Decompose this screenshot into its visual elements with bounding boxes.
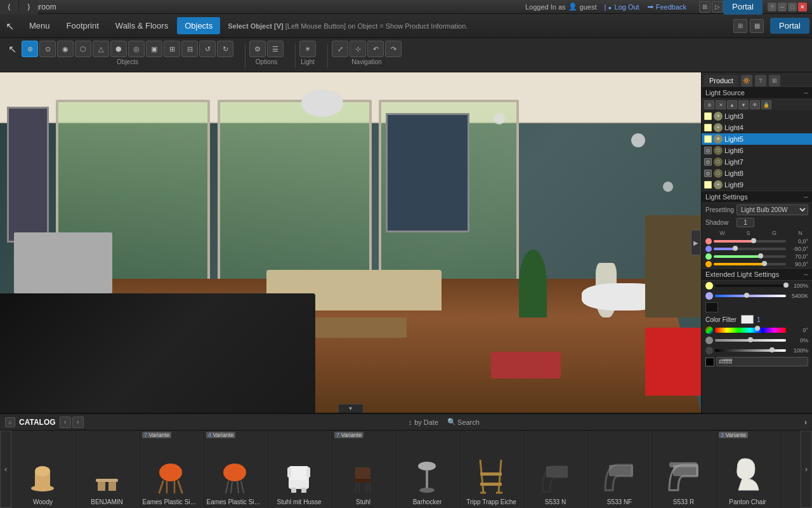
- brightness2-thumb[interactable]: [769, 347, 775, 352]
- view-icon2[interactable]: ▦: [750, 19, 764, 33]
- tool-rotate[interactable]: ◉: [57, 41, 74, 57]
- nav-2[interactable]: ⊹: [350, 41, 366, 57]
- menu-item-footprint[interactable]: Footprint: [59, 17, 107, 34]
- nav-1[interactable]: ⤢: [332, 41, 348, 57]
- catalog-item-tripp[interactable]: Tripp Trapp Eiche: [460, 431, 523, 508]
- catalog-item-eames2[interactable]: 4 Variante Eames Plastic Side C: [204, 431, 267, 508]
- light4-toggle[interactable]: I: [704, 124, 712, 131]
- logout-button[interactable]: | ⬥ Log Out: [605, 3, 639, 11]
- tool-undo[interactable]: ↺: [199, 41, 216, 57]
- catalog-item-s533nf[interactable]: S533 NF: [588, 431, 652, 508]
- viewport[interactable]: ▼ ▶: [0, 72, 701, 413]
- menu-item-objects[interactable]: Objects: [177, 17, 220, 34]
- brightness-track[interactable]: [715, 284, 786, 287]
- panel-toggle-btn[interactable]: ▶: [691, 230, 701, 255]
- light-item-light7[interactable]: O ⬡ Light7: [702, 156, 812, 168]
- catalog-item-panton[interactable]: 3 Variante Panton Chair: [716, 431, 780, 508]
- light-remove-btn[interactable]: ✕: [716, 100, 726, 109]
- light-item-light8[interactable]: O ⬡ Light8: [702, 168, 812, 179]
- tool-move[interactable]: ⊙: [39, 41, 56, 57]
- slider-thumb-g[interactable]: [758, 253, 763, 258]
- tool-redo[interactable]: ↻: [217, 41, 233, 57]
- panel-tab-icon1[interactable]: 🔆: [741, 75, 752, 86]
- win-back-btn[interactable]: ⟨: [0, 0, 19, 14]
- light-item-light3[interactable]: I ☀ Light3: [702, 110, 812, 122]
- temperature-thumb[interactable]: [744, 293, 749, 298]
- tool-scale[interactable]: ⬡: [75, 41, 91, 57]
- catalog-item-s533n[interactable]: S533 N: [524, 431, 587, 508]
- light8-toggle[interactable]: O: [704, 170, 712, 177]
- light-item-light5[interactable]: I ☀ Light5: [702, 133, 812, 145]
- light3-toggle[interactable]: I: [704, 112, 712, 120]
- color-hue-thumb[interactable]: [755, 326, 760, 331]
- light7-toggle[interactable]: O: [704, 158, 712, 166]
- light-down-btn[interactable]: ▼: [738, 100, 749, 109]
- light-vis-btn[interactable]: 👁: [750, 100, 760, 109]
- light-up-btn[interactable]: ▲: [727, 100, 737, 109]
- brightness2-track[interactable]: [715, 349, 786, 352]
- opt-1[interactable]: ⚙: [249, 41, 266, 57]
- tool-distribute[interactable]: ▣: [146, 41, 162, 57]
- catalog-next-nav[interactable]: ›: [72, 417, 84, 428]
- opt-2[interactable]: ☰: [267, 41, 284, 57]
- light6-toggle[interactable]: O: [704, 147, 712, 154]
- light-source-collapse[interactable]: ─: [804, 90, 808, 97]
- catalog-item-stuhl[interactable]: 7 Variante Stuhl: [332, 431, 395, 508]
- saturation-thumb[interactable]: [748, 337, 753, 342]
- feedback-button[interactable]: ⮕ Feedback: [647, 3, 686, 11]
- catalog-expand-right[interactable]: ›: [804, 418, 807, 427]
- tool-mirror[interactable]: △: [93, 41, 109, 57]
- view-icon1[interactable]: ⊞: [733, 19, 747, 33]
- slider-track-s[interactable]: [714, 248, 786, 250]
- tool-select[interactable]: ⊕: [22, 41, 38, 57]
- light-item-light4[interactable]: I ☀ Light4: [702, 122, 812, 133]
- catalog-home-btn[interactable]: ⌂: [5, 417, 15, 427]
- light9-toggle[interactable]: I: [704, 181, 712, 189]
- slider-thumb-s[interactable]: [733, 246, 738, 251]
- color-filter-swatch[interactable]: [741, 315, 754, 324]
- light-settings-collapse[interactable]: ─: [804, 194, 808, 201]
- win-question[interactable]: ?: [768, 3, 776, 11]
- menu-item-walls-floors[interactable]: Walls & Floors: [108, 17, 176, 34]
- hex-input[interactable]: [716, 357, 808, 366]
- black-swatch[interactable]: [705, 302, 718, 312]
- light-add-btn[interactable]: ⊕: [704, 100, 714, 109]
- light-lock-btn[interactable]: 🔒: [761, 100, 771, 109]
- win-forward-btn[interactable]: ⟩: [19, 0, 38, 14]
- catalog-item-barhocker[interactable]: Barhocker: [396, 431, 459, 508]
- win-icon2[interactable]: ▷: [712, 1, 723, 13]
- tool-align[interactable]: ◎: [128, 41, 145, 57]
- slider-track-n[interactable]: [714, 263, 786, 265]
- slider-thumb-w[interactable]: [751, 238, 756, 243]
- win-maximize[interactable]: □: [788, 3, 797, 11]
- light-item-light9[interactable]: I ☀ Light9: [702, 179, 812, 190]
- catalog-prev-nav[interactable]: ‹: [60, 417, 71, 428]
- light-1[interactable]: ☀: [299, 41, 316, 57]
- catalog-item-benjamin[interactable]: BENJAMIN: [75, 431, 139, 508]
- portal-button[interactable]: Portal: [723, 0, 763, 15]
- nav-3[interactable]: ↶: [367, 41, 384, 57]
- extended-light-collapse[interactable]: ─: [804, 271, 808, 278]
- catalog-expand-btn[interactable]: ▼: [338, 404, 363, 413]
- slider-thumb-n[interactable]: [762, 261, 767, 266]
- win-icon1[interactable]: ⊞: [699, 1, 710, 13]
- catalog-search-btn[interactable]: 🔍 Search: [447, 418, 480, 426]
- temperature-track[interactable]: [715, 295, 786, 297]
- catalog-item-eames1[interactable]: 7 Variante Eames Plastic Side C: [140, 431, 203, 508]
- tool-copy[interactable]: ⊞: [164, 41, 180, 57]
- saturation-track[interactable]: [715, 339, 786, 342]
- slider-track-g[interactable]: [714, 255, 786, 258]
- win-close[interactable]: ✕: [798, 3, 807, 11]
- tool-delete[interactable]: ⊟: [181, 41, 198, 57]
- slider-track-w[interactable]: [714, 240, 786, 243]
- catalog-scroll-prev[interactable]: ‹: [0, 431, 11, 508]
- nav-4[interactable]: ↷: [385, 41, 402, 57]
- shadow-input[interactable]: [737, 218, 754, 227]
- catalog-item-stuhl-husse[interactable]: Stuhl mit Husse: [268, 431, 331, 508]
- win-minimize[interactable]: ─: [778, 3, 787, 11]
- brightness-thumb[interactable]: [783, 283, 789, 288]
- hex-swatch[interactable]: [705, 358, 714, 366]
- catalog-item-woody[interactable]: Woody: [11, 431, 75, 508]
- panel-tab-icon3[interactable]: ⊞: [769, 75, 780, 86]
- tool-group[interactable]: ⬢: [110, 41, 127, 57]
